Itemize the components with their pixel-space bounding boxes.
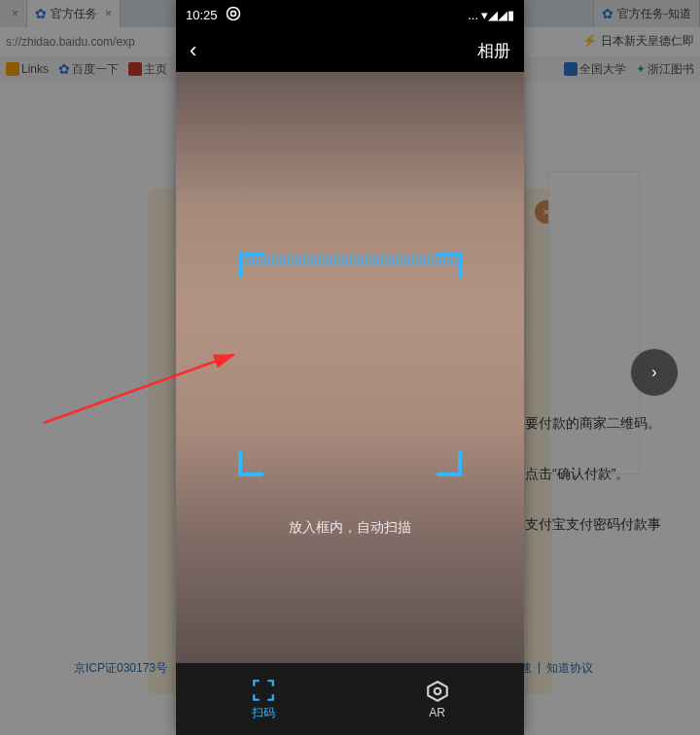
site-icon: ✦ bbox=[636, 62, 646, 76]
ar-icon bbox=[425, 679, 450, 704]
frame-corner-icon bbox=[238, 253, 263, 278]
bookmark-item[interactable]: 主页 bbox=[128, 61, 167, 78]
tab-scan[interactable]: 扫码 bbox=[176, 663, 350, 735]
instruction-line: 要付款的商家二维码。 bbox=[525, 412, 700, 436]
next-button[interactable]: › bbox=[630, 348, 679, 397]
more-icon: ... bbox=[468, 8, 478, 22]
url-text[interactable]: s://zhidao.baidu.com/exp bbox=[6, 35, 135, 49]
instruction-text-block: 要付款的商家二维码。 点击“确认付款”。 支付宝支付密码付款事 bbox=[525, 412, 700, 563]
svg-point-1 bbox=[230, 11, 235, 16]
scan-icon bbox=[251, 678, 276, 703]
instruction-line: 支付宝支付密码付款事 bbox=[525, 513, 700, 537]
svg-marker-2 bbox=[428, 682, 447, 701]
separator: | bbox=[538, 660, 541, 677]
svg-point-0 bbox=[227, 7, 239, 19]
bookmark-item[interactable]: 全国大学 bbox=[564, 61, 626, 78]
browser-tab[interactable]: × bbox=[0, 0, 27, 27]
tab-label: 官方任务 bbox=[51, 6, 97, 22]
screenshot-root: × ✿ 官方任务 × ✿ 官方任务-知道 s://zhidao.baidu.co… bbox=[0, 0, 700, 735]
signal-icon: ▾◢◢▮ bbox=[481, 8, 514, 22]
scan-hint: 放入框内，自动扫描 bbox=[176, 519, 524, 537]
frame-corner-icon bbox=[238, 451, 263, 476]
status-time: 10:25 bbox=[186, 8, 218, 22]
bookmark-label: Links bbox=[21, 62, 49, 76]
news-text: 日本新天皇德仁即 bbox=[601, 34, 694, 48]
instruction-line: 点击“确认付款”。 bbox=[525, 463, 700, 486]
bookmark-item[interactable]: ✦浙江图书 bbox=[636, 61, 694, 78]
site-icon bbox=[564, 62, 578, 76]
browser-tab[interactable]: ✿ 官方任务-知道 bbox=[593, 0, 700, 27]
status-bar: 10:25 ... ▾◢◢▮ bbox=[176, 0, 524, 29]
phone-navbar: ‹ 相册 bbox=[176, 29, 524, 72]
bookmark-label: 浙江图书 bbox=[648, 61, 694, 78]
back-button[interactable]: ‹ bbox=[190, 40, 196, 61]
close-icon[interactable]: × bbox=[105, 7, 112, 20]
tab-label: AR bbox=[429, 706, 445, 719]
app-icon bbox=[226, 6, 241, 24]
bookmark-item[interactable]: Links bbox=[6, 62, 49, 76]
home-icon bbox=[128, 62, 142, 76]
scan-line bbox=[240, 255, 460, 266]
footer-link[interactable]: 知道协议 bbox=[546, 660, 593, 677]
bookmark-item[interactable]: ✿百度一下 bbox=[58, 61, 119, 78]
tab-label: 扫码 bbox=[252, 705, 275, 721]
favicon-icon: ✿ bbox=[35, 6, 47, 21]
icp-link[interactable]: 京ICP证030173号 bbox=[74, 660, 167, 677]
folder-icon bbox=[6, 62, 19, 76]
news-ticker[interactable]: ⚡日本新天皇德仁即 bbox=[582, 33, 694, 50]
close-icon[interactable]: × bbox=[12, 7, 18, 20]
camera-viewport[interactable]: 放入框内，自动扫描 bbox=[176, 72, 524, 663]
chevron-right-icon: › bbox=[651, 364, 656, 381]
phone-bottom-tabs: 扫码 AR bbox=[176, 663, 524, 735]
browser-tab[interactable]: ✿ 官方任务 × bbox=[27, 0, 121, 27]
svg-point-3 bbox=[434, 688, 440, 695]
scan-frame bbox=[238, 253, 462, 476]
tab-ar[interactable]: AR bbox=[350, 663, 524, 735]
paw-icon: ✿ bbox=[58, 61, 70, 77]
favicon-icon: ✿ bbox=[602, 6, 613, 21]
bookmark-label: 主页 bbox=[144, 61, 167, 78]
album-button[interactable]: 相册 bbox=[477, 40, 510, 62]
phone-mock: 10:25 ... ▾◢◢▮ ‹ 相册 放入框内 bbox=[176, 0, 524, 735]
footer-links: 京ICP证030173号 bbox=[74, 660, 167, 677]
tab-label: 官方任务-知道 bbox=[617, 6, 691, 22]
bookmark-label: 全国大学 bbox=[579, 61, 626, 78]
frame-corner-icon bbox=[437, 451, 462, 476]
frame-corner-icon bbox=[437, 253, 462, 278]
bolt-icon: ⚡ bbox=[582, 34, 597, 48]
bookmark-label: 百度一下 bbox=[72, 61, 119, 78]
